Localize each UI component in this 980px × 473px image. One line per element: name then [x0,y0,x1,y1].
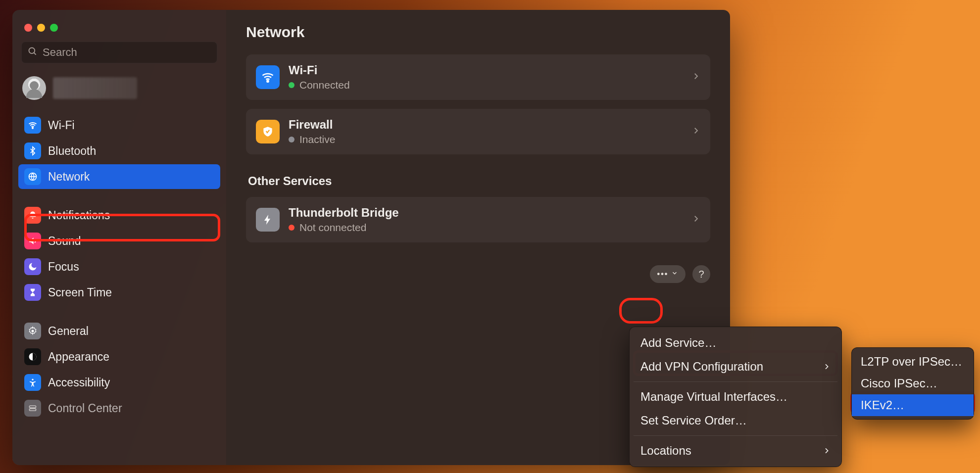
menu-item-label: L2TP over IPSec… [861,355,962,369]
chevron-down-icon [671,270,678,279]
svg-rect-8 [29,409,36,411]
service-row-wifi[interactable]: Wi-Fi Connected [246,54,710,100]
menu-item-manage-virtual-interfaces[interactable]: Manage Virtual Interfaces… [630,385,841,409]
wifi-icon [256,65,280,89]
minimize-window-button[interactable] [37,24,45,32]
status-dot-notconnected [289,225,294,231]
menu-item-label: IKEv2… [861,398,904,412]
service-title: Firewall [289,118,683,132]
sidebar-item-label: Control Center [48,402,122,415]
bluetooth-icon [24,142,41,159]
chevron-right-icon [691,72,700,83]
svg-point-2 [32,128,33,129]
sidebar-item-label: Appearance [48,350,109,364]
account-row[interactable] [12,68,226,108]
menu-item-locations[interactable]: Locations [630,439,841,463]
chevron-right-icon [691,214,700,225]
control-center-icon [24,400,41,417]
sidebar-item-appearance[interactable]: Appearance [18,344,220,369]
svg-line-1 [34,53,36,55]
menu-item-label: Manage Virtual Interfaces… [640,390,787,404]
menu-item-label: Cisco IPSec… [861,377,937,390]
svg-point-4 [32,330,34,332]
sidebar: Wi-Fi Bluetooth Network Notifications [12,10,226,465]
more-actions-button[interactable]: ••• [650,265,686,283]
menu-separator [634,435,837,436]
search-icon [28,47,38,58]
service-row-thunderbolt[interactable]: Thunderbolt Bridge Not connected [246,197,710,242]
sidebar-item-label: Bluetooth [48,144,96,158]
gear-icon [24,323,41,339]
firewall-icon [256,120,280,143]
svg-point-9 [267,81,268,82]
avatar [22,76,46,100]
close-window-button[interactable] [24,24,32,32]
hourglass-icon [24,284,41,301]
question-icon: ? [698,269,704,280]
sidebar-item-notifications[interactable]: Notifications [18,203,220,228]
submenu-item-l2tp[interactable]: L2TP over IPSec… [852,351,974,373]
chevron-right-icon [823,360,831,374]
submenu-item-ikev2[interactable]: IKEv2… [852,394,974,416]
menu-item-add-service[interactable]: Add Service… [630,331,841,355]
menu-item-label: Set Service Order… [640,414,747,427]
vpn-type-submenu: L2TP over IPSec… Cisco IPSec… IKEv2… [851,347,974,420]
sidebar-item-focus[interactable]: Focus [18,254,220,279]
bell-icon [24,207,41,224]
page-title: Network [246,24,710,41]
accessibility-icon [24,374,41,391]
svg-rect-7 [29,406,36,408]
menu-item-set-service-order[interactable]: Set Service Order… [630,409,841,432]
sidebar-item-controlcenter[interactable]: Control Center [18,396,220,421]
search-box[interactable] [21,42,217,63]
moon-icon [24,258,41,275]
menu-item-add-vpn[interactable]: Add VPN Configuration [630,355,841,378]
service-title: Wi-Fi [289,63,683,77]
globe-icon [24,168,41,185]
menu-item-label: Add VPN Configuration [640,360,763,374]
system-settings-window: Wi-Fi Bluetooth Network Notifications [12,10,730,465]
sidebar-item-network[interactable]: Network [18,164,220,189]
sidebar-item-screentime[interactable]: Screen Time [18,280,220,305]
sidebar-item-label: Network [48,170,90,184]
submenu-item-cisco[interactable]: Cisco IPSec… [852,373,974,394]
svg-point-6 [32,379,33,380]
sidebar-item-label: Notifications [48,209,110,222]
section-title-other-services: Other Services [248,174,710,188]
account-name-redacted [53,77,137,99]
sidebar-item-sound[interactable]: Sound [18,229,220,253]
svg-point-0 [29,48,35,54]
status-dot-connected [289,82,294,88]
search-input[interactable] [43,46,211,59]
sidebar-nav: Wi-Fi Bluetooth Network Notifications [12,108,226,426]
fullscreen-window-button[interactable] [50,24,58,32]
chevron-right-icon [691,126,700,137]
sidebar-item-label: Wi-Fi [48,119,75,132]
sidebar-item-label: Sound [48,235,81,248]
wifi-icon [24,117,41,134]
service-status: Inactive [299,134,335,145]
sidebar-item-label: Screen Time [48,286,112,299]
menu-separator [634,381,837,382]
service-title: Thunderbolt Bridge [289,206,683,220]
service-status: Connected [299,79,350,91]
sidebar-item-wifi[interactable]: Wi-Fi [18,113,220,138]
chevron-right-icon [823,444,831,458]
sidebar-item-general[interactable]: General [18,319,220,343]
help-button[interactable]: ? [692,265,710,283]
service-row-firewall[interactable]: Firewall Inactive [246,109,710,154]
sidebar-item-label: Accessibility [48,376,110,389]
service-status: Not connected [299,222,366,234]
ellipsis-icon: ••• [657,270,669,279]
speaker-icon [24,233,41,249]
thunderbolt-icon [256,208,280,232]
more-actions-menu: Add Service… Add VPN Configuration Manag… [629,327,842,467]
menu-item-label: Locations [640,444,691,458]
sidebar-item-bluetooth[interactable]: Bluetooth [18,139,220,163]
sidebar-item-label: General [48,325,89,338]
appearance-icon [24,348,41,365]
sidebar-item-label: Focus [48,260,79,274]
menu-item-label: Add Service… [640,336,716,350]
status-dot-inactive [289,137,294,142]
sidebar-item-accessibility[interactable]: Accessibility [18,370,220,395]
